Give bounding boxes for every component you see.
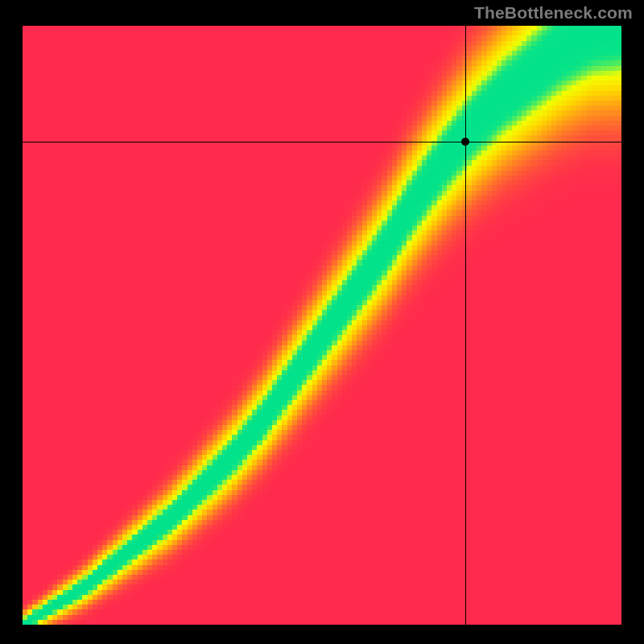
crosshair-horizontal [23,142,621,142]
heatmap-canvas [23,26,621,625]
plot-area [23,26,621,625]
watermark-text: TheBottleneck.com [474,3,633,23]
chart-frame: TheBottleneck.com [0,0,644,644]
crosshair-marker [461,138,469,146]
crosshair-vertical [465,26,466,625]
